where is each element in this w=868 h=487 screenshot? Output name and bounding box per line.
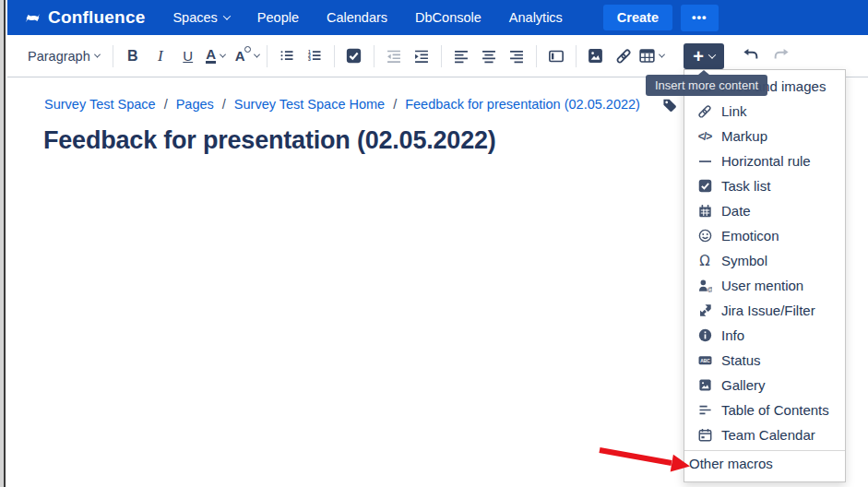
brand-name: Confluence [48, 7, 145, 28]
link-icon [697, 104, 712, 119]
align-left-icon [454, 49, 469, 64]
redo-icon [771, 46, 791, 60]
info-icon [697, 328, 712, 343]
menu-item-markup[interactable]: </> Markup [684, 124, 845, 148]
align-center-icon [482, 49, 496, 64]
menu-item-horizontal-rule[interactable]: Horizontal rule [684, 148, 845, 173]
align-right-icon [509, 49, 524, 64]
menu-item-date[interactable]: Date [684, 198, 845, 223]
link-icon [615, 48, 632, 65]
task-checkbox-icon [346, 48, 362, 64]
insert-more-content-button[interactable]: + [684, 43, 724, 69]
image-icon [588, 48, 603, 64]
numbered-list-button[interactable]: 123 [303, 43, 327, 69]
nav-more-button[interactable]: ••• [681, 5, 719, 31]
chevron-down-icon [659, 52, 665, 58]
italic-button[interactable]: I [149, 43, 172, 69]
confluence-mark-icon [24, 9, 42, 27]
align-right-button[interactable] [505, 43, 529, 69]
top-navbar: Confluence Spaces People Calendars DbCon… [7, 0, 868, 35]
toolbar-divider [113, 45, 113, 67]
nav-item-calendars[interactable]: Calendars [327, 10, 387, 25]
character-color-icon: A [235, 48, 245, 64]
chevron-down-icon [708, 51, 716, 58]
toc-icon [697, 403, 712, 418]
menu-item-info[interactable]: Info [684, 323, 845, 348]
nav-item-dbconsole[interactable]: DbConsole [415, 10, 482, 25]
menu-item-table-of-contents[interactable]: Table of Contents [684, 398, 845, 422]
menu-item-team-calendar[interactable]: Team Calendar [684, 422, 845, 447]
menu-item-emoticon[interactable]: Emoticon [684, 223, 845, 248]
toolbar-divider [267, 45, 268, 67]
symbol-icon: Ω [697, 254, 712, 268]
confluence-logo[interactable]: Confluence [24, 7, 145, 28]
insert-image-button[interactable] [584, 43, 608, 69]
paragraph-style-dropdown[interactable]: Paragraph [20, 43, 105, 69]
indent-button[interactable] [410, 43, 434, 69]
insert-link-button[interactable] [612, 43, 636, 69]
task-list-icon [697, 179, 712, 194]
svg-text:ABC: ABC [700, 359, 710, 363]
chevron-down-icon [223, 12, 231, 19]
task-list-button[interactable] [342, 43, 366, 69]
table-icon [639, 48, 655, 64]
undo-button[interactable] [741, 46, 761, 60]
bold-button[interactable]: B [121, 43, 145, 69]
window-edge [0, 0, 6, 487]
nav-item-analytics[interactable]: Analytics [509, 10, 563, 25]
insert-more-content-tooltip: Insert more content [646, 75, 767, 96]
indent-icon [414, 49, 429, 64]
breadcrumb-separator: / [222, 97, 226, 112]
breadcrumb-link-home[interactable]: Survey Test Space Home [234, 97, 385, 112]
chevron-down-icon [220, 52, 226, 58]
toolbar-divider [536, 45, 537, 67]
menu-item-jira[interactable]: Jira Issue/Filter [684, 298, 845, 323]
insert-content-menu: Files and images Link </> Markup Horizon… [684, 69, 846, 482]
insert-table-dropdown[interactable] [639, 43, 664, 69]
menu-item-user-mention[interactable]: @ User mention [684, 273, 845, 298]
gallery-icon [697, 378, 712, 393]
menu-item-other-macros[interactable]: Other macros [684, 451, 845, 476]
horizontal-rule-icon [697, 154, 712, 169]
breadcrumb-link-pages[interactable]: Pages [176, 97, 214, 112]
more-color-dropdown[interactable]: A [235, 43, 259, 69]
breadcrumb-separator: / [393, 97, 397, 112]
toolbar-divider [441, 45, 442, 67]
align-center-button[interactable] [477, 43, 501, 69]
emoticon-icon [697, 229, 712, 244]
menu-item-task-list[interactable]: Task list [684, 173, 845, 198]
menu-item-link[interactable]: Link [684, 99, 845, 124]
menu-item-symbol[interactable]: Ω Symbol [684, 248, 845, 273]
jira-icon [697, 303, 712, 318]
bullet-list-button[interactable] [275, 43, 299, 69]
numbered-list-icon: 123 [307, 49, 322, 63]
align-left-button[interactable] [449, 43, 473, 69]
create-button[interactable]: Create [603, 5, 672, 30]
page-title[interactable]: Feedback for presentation (02.05.2022) [43, 126, 496, 155]
menu-item-status[interactable]: ABC Status [684, 348, 845, 373]
outdent-button[interactable] [382, 43, 406, 69]
markup-icon: </> [697, 129, 712, 144]
nav-item-spaces[interactable]: Spaces [172, 10, 229, 25]
status-icon: ABC [697, 353, 712, 368]
breadcrumb-separator: / [164, 97, 168, 112]
text-color-icon: A [206, 48, 216, 64]
toolbar-divider [334, 45, 335, 67]
page-layout-button[interactable] [544, 43, 568, 69]
outdent-icon [386, 49, 401, 64]
breadcrumb-link-space[interactable]: Survey Test Space [44, 97, 156, 112]
text-color-dropdown[interactable]: A [204, 43, 228, 69]
date-icon [697, 204, 712, 219]
undo-icon [741, 46, 761, 60]
user-mention-icon: @ [697, 279, 712, 293]
redo-button[interactable] [771, 46, 791, 60]
tag-icon [661, 97, 677, 113]
toolbar-divider [374, 45, 375, 67]
nav-item-people[interactable]: People [257, 10, 299, 25]
toolbar-divider [576, 45, 577, 67]
labels-tag-button[interactable] [661, 97, 677, 113]
chevron-down-icon [94, 52, 101, 58]
underline-button[interactable]: U [176, 43, 200, 69]
breadcrumb-link-current-page[interactable]: Feedback for presentation (02.05.2022) [405, 97, 640, 112]
menu-item-gallery[interactable]: Gallery [684, 373, 845, 398]
